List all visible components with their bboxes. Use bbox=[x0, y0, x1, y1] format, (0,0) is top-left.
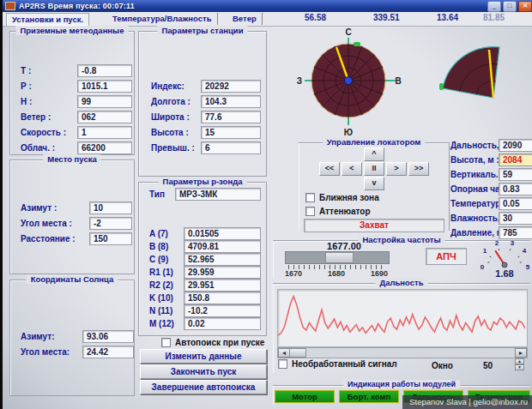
field-t[interactable]: -0.8 bbox=[77, 64, 132, 77]
field-label: Скорость : bbox=[21, 126, 66, 139]
field-label: Высота : bbox=[151, 126, 189, 139]
sonde-type-value[interactable]: МРЗ-3МК bbox=[175, 188, 261, 201]
telemetry-range: 2090 bbox=[499, 139, 532, 152]
antenna-right-button[interactable]: > bbox=[386, 162, 407, 176]
field-label: Долгота : bbox=[151, 95, 190, 108]
gauge-tick-0: 0 bbox=[481, 263, 485, 271]
frequency-slider-thumb[interactable] bbox=[325, 252, 354, 263]
near-zone-checkbox[interactable]: Ближняя зона bbox=[305, 193, 379, 202]
field-label: Индекс: bbox=[151, 80, 184, 93]
antenna-up-button[interactable]: ^ bbox=[364, 147, 384, 161]
elevation-scope bbox=[426, 29, 529, 108]
coeff-c[interactable]: 52.965 bbox=[184, 253, 261, 266]
field-p[interactable]: 1015.1 bbox=[77, 80, 132, 93]
coeff-m[interactable]: 0.02 bbox=[184, 317, 261, 330]
field-h[interactable]: 99 bbox=[77, 95, 132, 108]
coeff-label: N (11) bbox=[149, 304, 172, 317]
field-elevation[interactable]: -2 bbox=[89, 217, 132, 230]
telemetry-vspeed: 59 bbox=[499, 168, 532, 181]
field-excess[interactable]: 6 bbox=[201, 141, 261, 154]
spin-down-icon[interactable]: ▼ bbox=[515, 364, 524, 370]
field-azimuth[interactable]: 10 bbox=[89, 201, 132, 214]
autosearch-checkbox[interactable]: Автопоиск при пуске bbox=[161, 338, 264, 347]
spin-up-icon[interactable]: ▲ bbox=[515, 358, 524, 364]
attenuator-checkbox[interactable]: Аттенюатор bbox=[305, 207, 371, 216]
field-wind[interactable]: 062 bbox=[77, 111, 132, 123]
azimuth-scope: С Ю З В bbox=[296, 27, 402, 137]
module-motor: Мотор bbox=[275, 390, 335, 403]
raw-signal-checkbox[interactable]: Необработанный сигнал bbox=[278, 359, 397, 369]
coeff-label: M (12) bbox=[149, 317, 174, 330]
maximize-button[interactable]: □ bbox=[503, 1, 517, 12]
minimize-button[interactable]: _ bbox=[487, 1, 501, 12]
field-label: Превыш. : bbox=[151, 141, 195, 154]
panel-station: Параметры станции Индекс:20292 Долгота :… bbox=[138, 31, 267, 177]
tab-wind[interactable]: Ветер bbox=[227, 13, 263, 25]
gauge-tick-3: 3 bbox=[511, 239, 515, 247]
app-window: AP2RS Время пуска: 00:07:11 _ □ ✕ Устано… bbox=[0, 0, 532, 409]
scroll-right-icon[interactable]: ► bbox=[515, 348, 527, 358]
capture-status-field[interactable]: Захват bbox=[304, 219, 444, 232]
range-plot-scrollbar[interactable]: ◄ ► bbox=[277, 347, 528, 358]
close-button[interactable]: ✕ bbox=[518, 1, 532, 12]
finish-launch-button[interactable]: Закончить пуск bbox=[140, 364, 267, 379]
field-longitude[interactable]: 104.3 bbox=[201, 95, 261, 108]
gauge-value: 1.68 bbox=[489, 268, 520, 279]
readout-2: 339.51 bbox=[373, 13, 400, 22]
coeff-r1[interactable]: 29.959 bbox=[184, 266, 261, 279]
gauge-tick-4: 4 bbox=[523, 247, 527, 255]
coeff-n[interactable]: -10.2 bbox=[184, 304, 261, 317]
antenna-left-button[interactable]: < bbox=[342, 162, 362, 176]
coeff-label: R1 (1) bbox=[149, 266, 173, 279]
attenuator-label: Аттенюатор bbox=[319, 207, 371, 216]
antenna-fast-left-button[interactable]: << bbox=[319, 162, 340, 176]
field-altitude[interactable]: 15 bbox=[201, 126, 261, 139]
tab-setup-launch[interactable]: Установки и пуск. bbox=[6, 13, 89, 26]
compass-north-label: С bbox=[345, 27, 351, 37]
telemetry-label: Высота, м : bbox=[450, 153, 499, 166]
gauge-tick-2: 2 bbox=[495, 239, 499, 247]
field-label: Р : bbox=[21, 80, 32, 93]
field-label: Расстояние : bbox=[21, 232, 76, 245]
antenna-down-button[interactable]: v bbox=[364, 177, 384, 190]
field-label: Азимут: bbox=[21, 330, 55, 343]
gauge-tick-5: 5 bbox=[526, 263, 530, 271]
tab-temperature-humidity[interactable]: Температура/Влажность bbox=[107, 13, 218, 25]
telemetry-height: 2084 bbox=[499, 153, 532, 166]
coeff-b[interactable]: 4709.81 bbox=[184, 240, 261, 253]
panel-modules-title: Индикация работы модулей bbox=[343, 380, 460, 388]
panel-sonde: Параметры р-зонда ТипМРЗ-3МК A (7)0.0150… bbox=[138, 182, 267, 336]
antenna-fast-right-button[interactable]: >> bbox=[408, 162, 429, 176]
scale-tick-label: 1670 bbox=[285, 269, 302, 278]
antenna-stop-button[interactable]: II bbox=[364, 162, 384, 176]
frequency-value: 1677.00 bbox=[297, 241, 391, 251]
frequency-slider[interactable] bbox=[285, 251, 390, 264]
end-autosearch-button[interactable]: Завершение автопоиска bbox=[140, 380, 267, 394]
field-cloud[interactable]: 66200 bbox=[77, 141, 132, 154]
readout-4: 81.85 bbox=[483, 13, 505, 22]
app-icon bbox=[5, 2, 15, 10]
field-speed[interactable]: 1 bbox=[77, 126, 132, 139]
telemetry-panel: Дальность, м :2090 Высота, м :2084 Верти… bbox=[450, 139, 531, 242]
afc-button[interactable]: АПЧ bbox=[426, 248, 467, 265]
field-distance[interactable]: 150 bbox=[89, 232, 132, 245]
coeff-k[interactable]: 150.8 bbox=[184, 292, 261, 304]
panel-launch-site-title: Место пуска bbox=[43, 154, 100, 164]
window-spinner[interactable]: ▲▼ bbox=[515, 358, 524, 370]
readout-1: 56.58 bbox=[305, 13, 326, 22]
panel-station-title: Параметры станции bbox=[157, 26, 247, 35]
field-latitude[interactable]: 77.6 bbox=[201, 111, 261, 123]
coeff-a[interactable]: 0.01505 bbox=[184, 227, 261, 240]
panel-sun-coords-title: Координаты Солнца bbox=[27, 274, 118, 284]
coeff-r2[interactable]: 29.951 bbox=[184, 279, 261, 292]
panel-locator-title: Управление локатором bbox=[323, 137, 425, 147]
readout-3: 13.64 bbox=[437, 13, 458, 22]
elevation-scope-svg bbox=[426, 29, 529, 108]
field-label: Азимут : bbox=[21, 201, 57, 214]
scrollbar-thumb[interactable] bbox=[289, 348, 306, 358]
change-data-button[interactable]: Изменить данные bbox=[140, 349, 267, 364]
field-index[interactable]: 20292 bbox=[201, 80, 261, 93]
title-bar: AP2RS Время пуска: 00:07:11 _ □ ✕ bbox=[3, 0, 532, 12]
checkbox-icon bbox=[161, 338, 171, 347]
scroll-left-icon[interactable]: ◄ bbox=[278, 348, 290, 358]
